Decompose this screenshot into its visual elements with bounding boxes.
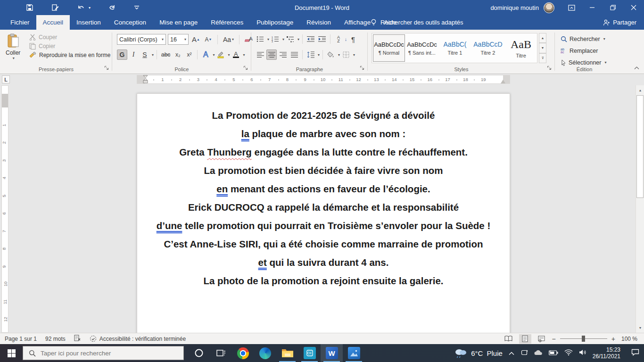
find-button[interactable]: Rechercher▾ bbox=[561, 33, 607, 44]
replace-button[interactable]: abac Remplacer bbox=[561, 45, 607, 56]
tab-stop-selector[interactable]: L bbox=[2, 75, 10, 83]
style-titre-1[interactable]: AaBbC(Titre 1 bbox=[439, 34, 471, 62]
save-as-icon[interactable] bbox=[51, 4, 59, 11]
style--normal[interactable]: AaBbCcDc¶ Normal bbox=[373, 34, 405, 62]
tab-insertion[interactable]: Insertion bbox=[70, 15, 107, 30]
tab-révision[interactable]: Révision bbox=[300, 15, 338, 30]
vertical-ruler[interactable]: 123456789101112 bbox=[1, 85, 8, 333]
vertical-scrollbar[interactable]: ▲ ▼ bbox=[636, 85, 644, 333]
document-line[interactable]: Erick DUCROCQ a rappelé la démarche et l… bbox=[137, 198, 510, 216]
multilevel-dropdown-icon[interactable]: ▾ bbox=[297, 37, 299, 41]
onedrive-icon[interactable] bbox=[534, 349, 543, 357]
shading-button[interactable] bbox=[326, 49, 336, 60]
document-line[interactable]: et qui la suivra durant 4 ans. bbox=[137, 253, 510, 272]
font-dialog-launcher-icon[interactable] bbox=[243, 64, 248, 72]
copy-button[interactable]: Copier bbox=[29, 43, 110, 49]
change-case-button[interactable]: Aa▾ bbox=[222, 34, 235, 45]
paste-button[interactable]: Coller ▾ bbox=[6, 33, 20, 60]
proofing-status-icon[interactable] bbox=[74, 335, 81, 343]
web-layout-icon[interactable] bbox=[536, 334, 548, 344]
save-icon[interactable] bbox=[26, 4, 33, 11]
redo-button[interactable] bbox=[108, 4, 116, 11]
share-button[interactable]: Partager bbox=[603, 15, 636, 30]
format-painter-button[interactable]: Reproduire la mise en forme bbox=[29, 52, 110, 58]
scroll-up-icon[interactable]: ▲ bbox=[636, 86, 644, 94]
numbering-dropdown-icon[interactable]: ▾ bbox=[282, 37, 284, 41]
style--sans-int-[interactable]: AaBbCcDc¶ Sans int... bbox=[406, 34, 438, 62]
indent-marker-left[interactable] bbox=[143, 75, 148, 85]
document-text[interactable]: La Promotion de 2021-2025 de Sévigné a d… bbox=[137, 106, 510, 290]
weather-widget[interactable]: 6°C Pluie bbox=[454, 347, 503, 359]
paste-dropdown-icon[interactable]: ▾ bbox=[13, 56, 15, 60]
superscript-button[interactable]: x² bbox=[184, 49, 194, 60]
paragraph-dialog-launcher-icon[interactable] bbox=[360, 64, 364, 72]
text-effects-button[interactable]: A bbox=[200, 49, 211, 60]
document-line[interactable]: Greta Thunberg engagée dans la lutte con… bbox=[137, 143, 510, 161]
action-center-icon[interactable] bbox=[631, 349, 639, 357]
zoom-slider-thumb[interactable] bbox=[582, 336, 585, 342]
account-user-name[interactable]: dominique moutin bbox=[490, 4, 539, 11]
read-mode-icon[interactable] bbox=[503, 334, 515, 344]
borders-button[interactable] bbox=[341, 49, 351, 60]
font-color-dropdown-icon[interactable]: ▾ bbox=[243, 53, 245, 57]
decrease-indent-button[interactable] bbox=[305, 34, 316, 44]
cut-button[interactable]: Couper bbox=[29, 34, 110, 41]
volume-icon[interactable] bbox=[579, 349, 586, 357]
underline-button[interactable]: S bbox=[140, 49, 150, 60]
accessibility-status[interactable]: Accessibilité : vérification terminée bbox=[90, 335, 186, 342]
clock[interactable]: 15:23 26/11/2021 bbox=[593, 346, 620, 360]
taskbar-edge[interactable] bbox=[254, 344, 276, 362]
highlight-dropdown-icon[interactable]: ▾ bbox=[228, 53, 230, 57]
styles-scroll-up-icon[interactable]: ▲ bbox=[539, 33, 546, 43]
print-layout-icon[interactable] bbox=[519, 334, 531, 344]
styles-scroll-down-icon[interactable]: ▼ bbox=[539, 43, 546, 53]
tab-références[interactable]: Références bbox=[204, 15, 250, 30]
document-line[interactable]: C’est Anne-Lise SIRI, qui a été choisie … bbox=[137, 235, 510, 253]
start-button[interactable] bbox=[0, 344, 23, 362]
align-left-button[interactable] bbox=[255, 49, 265, 60]
wifi-icon[interactable] bbox=[564, 349, 573, 357]
highlight-button[interactable] bbox=[215, 49, 226, 60]
zoom-in-button[interactable]: + bbox=[611, 335, 615, 343]
document-page[interactable]: La Promotion de 2021-2025 de Sévigné a d… bbox=[137, 93, 510, 333]
font-color-button[interactable]: A bbox=[231, 49, 241, 60]
bullets-dropdown-icon[interactable]: ▾ bbox=[267, 37, 269, 41]
ribbon-display-options-icon[interactable] bbox=[561, 0, 582, 15]
zoom-slider[interactable] bbox=[560, 338, 607, 339]
borders-dropdown-icon[interactable]: ▾ bbox=[353, 53, 355, 57]
bold-button[interactable]: G bbox=[117, 49, 127, 60]
styles-more-icon[interactable]: ⊽ bbox=[539, 53, 546, 63]
document-line[interactable]: La promotion est bien décidée à faire vi… bbox=[137, 161, 510, 180]
font-size-combo[interactable]: 16▾ bbox=[168, 34, 189, 45]
styles-dialog-launcher-icon[interactable] bbox=[547, 64, 552, 72]
bullets-button[interactable] bbox=[255, 34, 265, 44]
italic-button[interactable]: I bbox=[128, 49, 139, 60]
task-view-button[interactable] bbox=[210, 344, 232, 362]
indent-marker-right[interactable] bbox=[501, 80, 505, 83]
line-spacing-button[interactable] bbox=[305, 49, 316, 60]
taskbar-photos[interactable] bbox=[343, 344, 365, 362]
page-indicator[interactable]: Page 1 sur 1 bbox=[5, 336, 37, 342]
tray-expand-icon[interactable] bbox=[509, 349, 514, 357]
show-formatting-button[interactable]: ¶ bbox=[348, 34, 358, 44]
style-titre[interactable]: AaBTitre bbox=[505, 34, 537, 62]
scroll-down-icon[interactable]: ▼ bbox=[636, 324, 644, 332]
increase-indent-button[interactable] bbox=[317, 34, 327, 44]
tab-conception[interactable]: Conception bbox=[107, 15, 153, 30]
grow-font-button[interactable]: A▲ bbox=[190, 34, 201, 45]
tab-publipostage[interactable]: Publipostage bbox=[250, 15, 300, 30]
subscript-button[interactable]: x₂ bbox=[173, 49, 183, 60]
avatar[interactable] bbox=[544, 2, 554, 13]
sort-button[interactable]: AZ bbox=[333, 34, 344, 44]
cortana-button[interactable] bbox=[188, 344, 210, 362]
taskbar-chrome[interactable] bbox=[232, 344, 254, 362]
zoom-level[interactable]: 100 % bbox=[621, 336, 637, 342]
strikethrough-button[interactable]: abc bbox=[160, 49, 172, 60]
justify-button[interactable] bbox=[289, 49, 299, 60]
customize-qat-icon[interactable] bbox=[134, 5, 140, 10]
tablet-mode-icon[interactable] bbox=[520, 349, 528, 357]
taskbar-word[interactable]: W bbox=[321, 344, 343, 362]
tab-mise-en-page[interactable]: Mise en page bbox=[153, 15, 204, 30]
shrink-font-button[interactable]: A▼ bbox=[203, 34, 214, 45]
tell-me-search[interactable]: Rechercher des outils adaptés bbox=[371, 15, 463, 30]
